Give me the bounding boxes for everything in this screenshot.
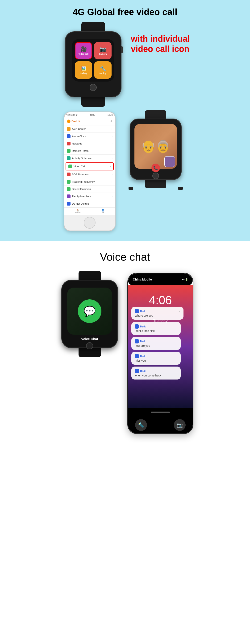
chevron-icon-rewards: › [112, 142, 113, 145]
menu-item-rewards[interactable]: Rewards › [64, 140, 115, 147]
watch1-setting-btn[interactable]: 🔧 Setting [94, 61, 112, 79]
chevron-icon-video: › [110, 165, 111, 168]
phone-header: 🟠 Dad ▾ + [64, 118, 115, 126]
bubble-name-4: Dad: [140, 370, 146, 372]
watch1-body: 🎥 Video call 📷 Camera 🖼️ Gallery 🔧 Setti… [65, 31, 121, 97]
menu-label-family: Family Members [72, 195, 91, 198]
gallery-btn-label: Gallery [80, 72, 87, 74]
watch1-camera-btn[interactable]: 📷 Camera [94, 42, 112, 60]
watch1-side-btn [121, 46, 123, 53]
watch2-band-top [145, 110, 166, 118]
iphone-carrier: China Mobile [133, 278, 152, 281]
phone-battery: 100% [108, 114, 113, 116]
menu-item-activity[interactable]: Activity Schedule › [64, 155, 115, 162]
bubble-app-icon-2 [135, 339, 139, 344]
video-end-call-btn[interactable]: 📞 [151, 164, 160, 172]
iphone-notch: China Mobile ▪▪▪ 🔋 [128, 274, 193, 285]
menu-label-sos: SOS Numbers [72, 173, 89, 176]
bubble-sender-1: Dad: [135, 324, 177, 328]
bubble-app-icon-0 [135, 309, 139, 313]
chevron-icon-remote: › [112, 150, 113, 152]
iphone-signal: ▪▪▪ 🔋 [182, 278, 188, 281]
bubble-sender-3: Dad: [135, 354, 177, 358]
menu-item-alarm-clock[interactable]: Alarm Clock › [64, 133, 115, 140]
voice-band-top [79, 271, 101, 280]
menu-label-activity: Activity Schedule [72, 157, 92, 160]
chevron-icon-tracking: › [112, 180, 113, 183]
bottom-section: Voice chat 💬 Voice Chat China Mobile ▪▪▪… [0, 241, 250, 448]
watch2-lugs [125, 187, 186, 190]
gallery-icon: 🖼️ [80, 66, 87, 72]
bubble-sender-2: Dad: [135, 339, 177, 344]
chevron-icon-sos: › [112, 173, 113, 176]
chat-bubble-4[interactable]: Dad: when you come back [131, 366, 181, 380]
phone-dropdown-icon[interactable]: ▾ [78, 120, 80, 123]
flashlight-btn[interactable]: 🔦 [135, 419, 147, 431]
camera-icon: 📷 [100, 46, 106, 52]
voice-chat-section-title: Voice chat [5, 250, 245, 263]
bubble-app-icon-4 [135, 369, 139, 373]
phone-time: 11:19 [90, 114, 95, 116]
menu-item-remote-photo[interactable]: Remote Photo › [64, 147, 115, 155]
bubble-app-icon-3 [135, 354, 139, 358]
chat-bubble-1[interactable]: Dad: I feel a little sick [131, 322, 181, 335]
menu-icon-activity [67, 156, 71, 160]
bubble-name-1: Dad: [140, 325, 146, 328]
tagline-line2: video call icon [131, 44, 190, 54]
chat-bubble-3[interactable]: Dad: miss you [131, 352, 181, 365]
iphone-screen: 4:06 Tuesday Dad: Where are you ⌄ [128, 285, 193, 408]
iphone-home-indicator [128, 408, 193, 417]
menu-icon-sos [67, 172, 71, 176]
phone-network: 中国联通 令 [66, 114, 78, 116]
menu-icon-dnd [67, 202, 71, 206]
top-section: 4G Global free video call 🎥 Video call 📷… [0, 0, 250, 241]
nav-me[interactable]: 👤 ME [102, 209, 105, 214]
watch1-gallery-btn[interactable]: 🖼️ Gallery [75, 61, 92, 79]
menu-label-tracking: Tracking Frequency [72, 180, 95, 183]
watch1-home-btn[interactable] [90, 84, 97, 91]
menu-item-sound[interactable]: Sound Guardian › [64, 186, 115, 193]
chat-bubble-0[interactable]: Dad: Where are you ⌄ [131, 307, 183, 320]
menu-icon-family [67, 194, 71, 198]
bubble-app-icon-1 [135, 324, 139, 328]
menu-item-tracking[interactable]: Tracking Frequency › [64, 178, 115, 186]
watch2-home-btn[interactable] [152, 172, 159, 179]
voice-watch-screen: 💬 [67, 288, 112, 335]
bubble-name-3: Dad: [140, 355, 146, 358]
nav-home[interactable]: 🏠 HOME [75, 209, 81, 214]
menu-item-dnd[interactable]: Do Not Disturb › [64, 200, 115, 208]
voice-watch-body: 💬 Voice Chat [61, 280, 118, 348]
menu-item-video-call[interactable]: Video Call › [66, 162, 114, 170]
camera-btn[interactable]: 📷 [174, 419, 186, 431]
voice-chat-icon-emoji: 💬 [84, 306, 96, 317]
menu-icon-video [68, 164, 72, 168]
chevron-icon-dnd: › [112, 202, 113, 205]
menu-item-alert-center[interactable]: Alert Center › [64, 126, 115, 133]
bubble-msg-3: miss you [135, 359, 177, 362]
right-label: with individual video call icon [131, 24, 190, 54]
menu-item-family[interactable]: Family Members › [64, 193, 115, 200]
menu-label-video: Video Call [74, 165, 85, 168]
menu-label-sound: Sound Guardian [72, 188, 91, 190]
camera-launch-icon: 📷 [177, 422, 183, 428]
menu-icon-remote [67, 149, 71, 153]
phone-add-icon[interactable]: + [110, 119, 113, 124]
video-preview-thumb [164, 156, 175, 167]
expand-icon-0[interactable]: ⌄ [178, 308, 181, 312]
iphone-home-bar [151, 412, 170, 413]
watch1-screen: 🎥 Video call 📷 Camera 🖼️ Gallery 🔧 Setti… [72, 39, 114, 82]
menu-label-remote: Remote Photo [72, 150, 88, 152]
voice-watch-home-btn[interactable] [86, 342, 93, 349]
phone-home-btn[interactable] [84, 217, 96, 229]
watch1-band-bottom [81, 97, 105, 107]
voice-watch-label: Voice Chat [62, 337, 117, 341]
watch1-video-btn[interactable]: 🎥 Video call [75, 42, 92, 60]
phone-header-title: 🟠 Dad ▾ [67, 120, 80, 123]
menu-item-sos[interactable]: SOS Numbers › [64, 171, 115, 178]
bubble-msg-1: I feel a little sick [135, 329, 177, 332]
chat-bubble-2[interactable]: Dad: how are you [131, 337, 181, 350]
me-icon: 👤 [102, 209, 104, 212]
bubble-sender-4: Dad: [135, 369, 177, 373]
watch2-body: 👴👵 📞 [130, 118, 182, 180]
video-call-bg: 👴👵 [134, 124, 177, 169]
